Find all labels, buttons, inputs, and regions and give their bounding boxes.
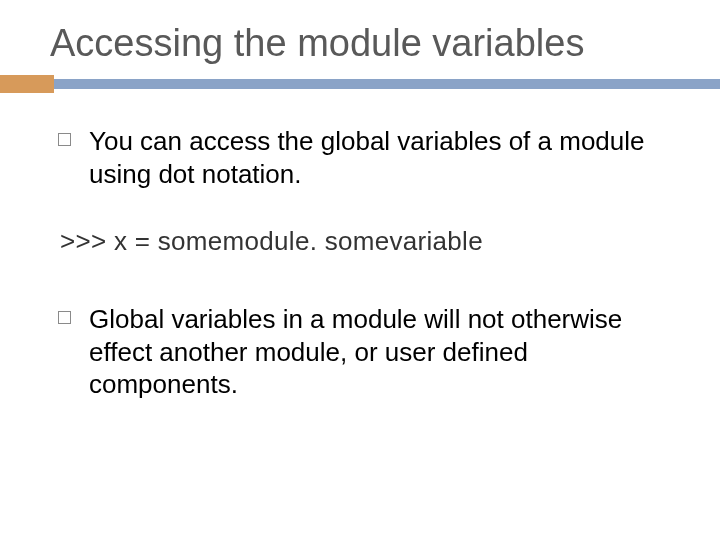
slide-content: You can access the global variables of a… [50,125,670,401]
bullet-text: You can access the global variables of a… [89,125,670,190]
divider-bar [0,79,720,89]
list-item: Global variables in a module will not ot… [58,303,670,401]
bullet-icon [58,311,71,324]
slide: Accessing the module variables You can a… [0,0,720,540]
bullet-icon [58,133,71,146]
list-item: You can access the global variables of a… [58,125,670,190]
code-example: >>> x = somemodule. somevariable [60,226,670,257]
title-divider [50,75,670,89]
divider-accent [0,75,54,93]
bullet-text: Global variables in a module will not ot… [89,303,670,401]
page-title: Accessing the module variables [50,22,670,65]
